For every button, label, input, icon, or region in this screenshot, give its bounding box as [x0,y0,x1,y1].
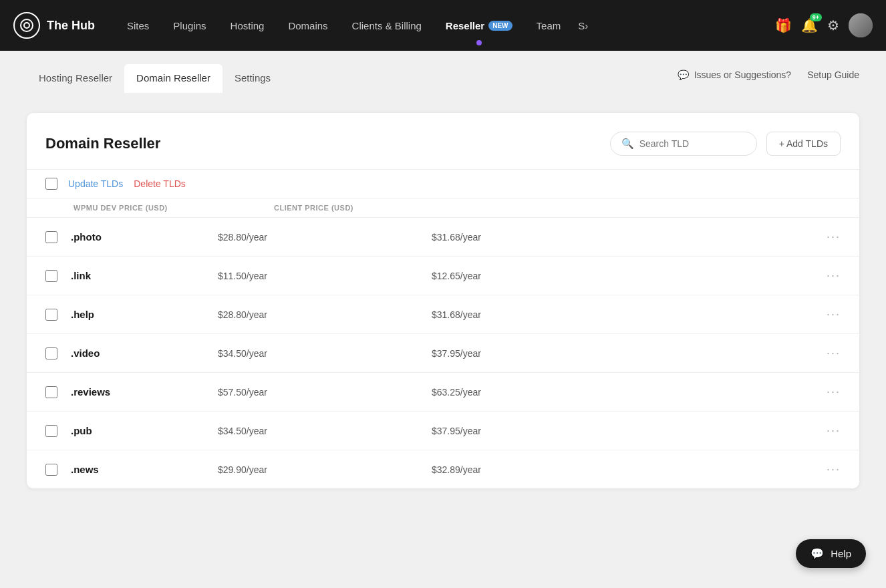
tld-client-price: $12.65/year [432,271,813,281]
nav-item-plugins[interactable]: Plugins [161,0,218,51]
table-toolbar: Update TLDs Delete TLDs [27,169,859,198]
row-actions-menu[interactable]: ··· [827,269,841,283]
svg-point-1 [24,23,29,28]
reseller-active-dot [476,40,482,45]
tld-wpmu-price: $28.80/year [218,309,418,320]
tld-client-price: $37.95/year [432,348,813,359]
subnav-domain-reseller[interactable]: Domain Reseller [124,64,223,93]
row-actions-menu[interactable]: ··· [827,385,841,399]
subnav-hosting-reseller[interactable]: Hosting Reseller [27,64,124,93]
reseller-badge: NEW [488,21,512,31]
nav-item-domains[interactable]: Domains [276,0,339,51]
setup-guide-button[interactable]: Setup Guide [807,69,859,80]
help-chat-icon: 💬 [810,547,824,560]
tld-name: .reviews [71,386,204,398]
logo[interactable]: The Hub [13,12,95,39]
search-input[interactable] [639,138,746,149]
row-checkbox[interactable] [45,270,57,282]
tld-client-price: $63.25/year [432,387,813,398]
row-actions-menu[interactable]: ··· [827,230,841,244]
suggestions-button[interactable]: 💬 Issues or Suggestions? [678,69,792,80]
sub-nav: Hosting Reseller Domain Reseller Setting… [0,51,886,93]
avatar[interactable] [849,13,873,37]
tld-name: .help [71,309,204,320]
delete-tlds-button[interactable]: Delete TLDs [134,178,186,189]
col-header-wpmu: WPMU DEV PRICE (USD) [73,204,274,212]
table-column-headers: WPMU DEV PRICE (USD) CLIENT PRICE (USD) [27,198,859,217]
nav-item-clients-billing[interactable]: Clients & Billing [340,0,434,51]
logo-icon [13,12,40,39]
tld-client-price: $31.68/year [432,232,813,243]
nav-item-hosting[interactable]: Hosting [218,0,277,51]
row-checkbox[interactable] [45,386,57,398]
row-actions-menu[interactable]: ··· [827,346,841,360]
tld-name: .video [71,347,204,359]
update-tlds-button[interactable]: Update TLDs [68,178,123,189]
navbar-nav: Sites Plugins Hosting Domains Clients & … [115,0,775,51]
row-checkbox[interactable] [45,347,57,359]
tld-wpmu-price: $34.50/year [218,426,418,436]
brand-name: The Hub [47,19,95,33]
notification-badge: 9+ [810,13,822,21]
add-tlds-button[interactable]: + Add TLDs [766,132,841,156]
search-icon: 🔍 [621,138,634,150]
subnav-settings[interactable]: Settings [223,64,283,93]
col-header-client: CLIENT PRICE (USD) [274,204,841,212]
row-actions-menu[interactable]: ··· [827,462,841,476]
row-checkbox[interactable] [45,425,57,437]
nav-more-icon[interactable]: S› [573,20,593,31]
help-button[interactable]: 💬 Help [796,539,866,568]
tld-wpmu-price: $29.90/year [218,464,418,475]
domain-reseller-card: Domain Reseller 🔍 + Add TLDs Update TLDs… [27,113,859,488]
row-checkbox[interactable] [45,231,57,243]
settings-button[interactable]: ⚙ [827,17,839,33]
suggestions-icon: 💬 [678,69,689,80]
nav-item-reseller[interactable]: Reseller NEW [434,0,525,51]
nav-item-team[interactable]: Team [525,0,573,51]
tld-wpmu-price: $11.50/year [218,271,418,281]
row-actions-menu[interactable]: ··· [827,307,841,321]
card-title: Domain Reseller [45,135,160,152]
gift-button[interactable]: 🎁 [775,17,792,33]
avatar-image [849,13,873,37]
card-header: Domain Reseller 🔍 + Add TLDs [27,113,859,169]
notifications-button[interactable]: 🔔 9+ [801,17,818,33]
tld-name: .pub [71,425,204,436]
tld-wpmu-price: $28.80/year [218,232,418,243]
row-checkbox[interactable] [45,309,57,321]
table-row: .help $28.80/year $31.68/year ··· [27,295,859,333]
table-row: .photo $28.80/year $31.68/year ··· [27,217,859,256]
row-actions-menu[interactable]: ··· [827,424,841,438]
navbar-actions: 🎁 🔔 9+ ⚙ [775,13,873,37]
subnav-actions: 💬 Issues or Suggestions? Setup Guide [678,69,859,88]
tld-name: .news [71,464,204,475]
main-content: Domain Reseller 🔍 + Add TLDs Update TLDs… [0,93,886,508]
card-header-actions: 🔍 + Add TLDs [610,132,841,156]
table-row: .pub $34.50/year $37.95/year ··· [27,411,859,450]
svg-point-0 [21,19,33,31]
tld-name: .link [71,270,204,281]
tld-wpmu-price: $57.50/year [218,387,418,398]
table-row: .reviews $57.50/year $63.25/year ··· [27,372,859,411]
tld-name: .photo [71,231,204,243]
tld-client-price: $37.95/year [432,426,813,436]
navbar: The Hub Sites Plugins Hosting Domains Cl… [0,0,886,51]
row-checkbox[interactable] [45,464,57,476]
tld-client-price: $31.68/year [432,309,813,320]
search-box[interactable]: 🔍 [610,132,757,156]
nav-item-sites[interactable]: Sites [115,0,161,51]
tld-client-price: $32.89/year [432,464,813,475]
tld-table: .photo $28.80/year $31.68/year ··· .link… [27,217,859,488]
table-row: .link $11.50/year $12.65/year ··· [27,256,859,295]
select-all-checkbox[interactable] [45,178,57,190]
table-row: .news $29.90/year $32.89/year ··· [27,450,859,488]
tld-wpmu-price: $34.50/year [218,348,418,359]
table-row: .video $34.50/year $37.95/year ··· [27,333,859,372]
